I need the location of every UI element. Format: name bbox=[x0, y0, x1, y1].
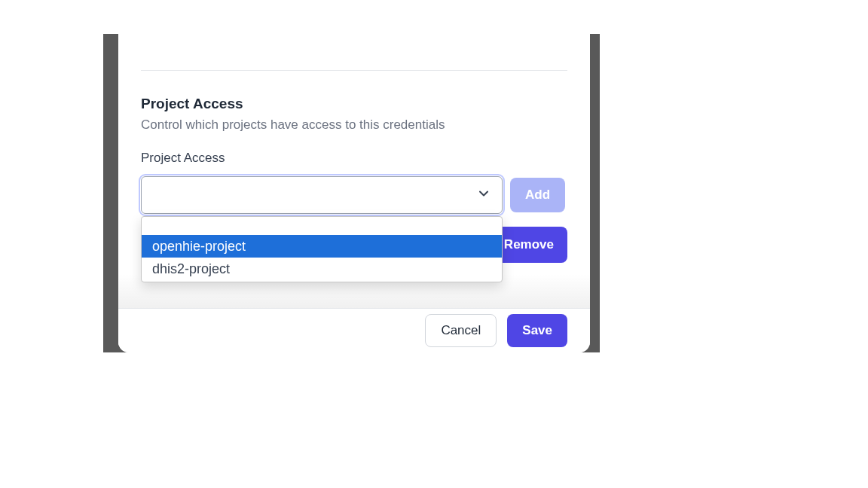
project-access-label: Project Access bbox=[141, 151, 225, 166]
save-button[interactable]: Save bbox=[507, 314, 567, 347]
cancel-button[interactable]: Cancel bbox=[425, 314, 497, 347]
divider bbox=[141, 70, 567, 71]
project-access-dropdown: openhie-project dhis2-project bbox=[141, 216, 503, 282]
project-access-select[interactable] bbox=[141, 176, 503, 214]
section-title: Project Access bbox=[141, 96, 243, 112]
project-access-row: Add bbox=[141, 176, 565, 214]
add-button[interactable]: Add bbox=[510, 178, 565, 212]
credentials-modal: Project Access Control which projects ha… bbox=[118, 34, 590, 352]
modal-footer: Cancel Save bbox=[118, 309, 590, 352]
chevron-down-icon bbox=[476, 186, 491, 204]
dropdown-option-openhie[interactable]: openhie-project bbox=[142, 235, 502, 258]
section-description: Control which projects have access to th… bbox=[141, 117, 445, 133]
dropdown-option-dhis2[interactable]: dhis2-project bbox=[142, 258, 502, 280]
